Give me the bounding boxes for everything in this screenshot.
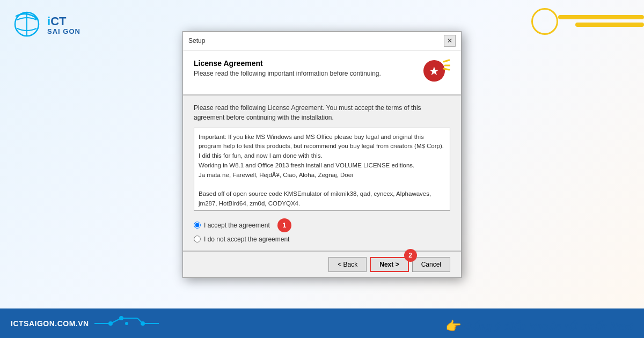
back-button[interactable]: < Back xyxy=(328,257,367,272)
dialog-titlebar: Setup ✕ xyxy=(183,32,461,50)
dialog-header-text: License Agreement Please read the follow… xyxy=(194,59,381,77)
radio-section: I accept the agreement 1 I do not accept… xyxy=(194,218,450,243)
circuit-deco xyxy=(94,315,159,332)
radio-decline-option: I do not accept the agreement xyxy=(194,236,450,243)
finger-pointing-icon: 👉 xyxy=(445,319,462,334)
dialog-overlay: Setup ✕ License Agreement Please read th… xyxy=(0,0,644,308)
svg-point-16 xyxy=(125,322,128,325)
bottom-website: ICTSAIGON.COM.VN xyxy=(11,319,89,328)
dialog-header-subtitle: Please read the following important info… xyxy=(194,70,381,77)
dialog-footer: < Back Next > 2 Cancel xyxy=(183,251,461,277)
svg-line-5 xyxy=(444,60,449,62)
dialog-header-icon: ★ xyxy=(418,59,450,86)
instruction-text: Đồng ý điều khoản rồi nhấn Next xyxy=(465,320,633,333)
step-2-badge: 2 xyxy=(404,249,417,262)
radio-accept-option: I accept the agreement 1 xyxy=(194,218,450,232)
step-1-badge: 1 xyxy=(277,218,291,232)
next-button[interactable]: Next > xyxy=(370,257,408,272)
radio-accept-input[interactable] xyxy=(194,222,201,229)
dialog-header-title: License Agreement xyxy=(194,59,381,68)
header-decorative-icon: ★ xyxy=(418,59,450,86)
svg-text:★: ★ xyxy=(429,64,440,78)
cancel-button[interactable]: Cancel xyxy=(412,257,450,272)
radio-decline-input[interactable] xyxy=(194,236,201,243)
dialog-intro: Please read the following License Agreem… xyxy=(194,103,450,122)
bottom-instruction: 👉 Đồng ý điều khoản rồi nhấn Next xyxy=(445,319,633,334)
step2-wrapper: Next > 2 xyxy=(370,257,408,272)
bottom-bar: ICTSAIGON.COM.VN 👉 Đồng ý điều khoản rồi… xyxy=(0,308,644,338)
setup-dialog: Setup ✕ License Agreement Please read th… xyxy=(182,31,462,278)
license-content: Important: If you like MS Windows and MS… xyxy=(199,133,445,209)
dialog-body: Please read the following License Agreem… xyxy=(183,95,461,251)
radio-decline-label[interactable]: I do not accept the agreement xyxy=(204,236,289,243)
license-text-box[interactable]: Important: If you like MS Windows and MS… xyxy=(194,128,450,211)
dialog-title: Setup xyxy=(188,37,205,45)
radio-accept-label[interactable]: I accept the agreement xyxy=(204,222,270,229)
dialog-header: License Agreement Please read the follow… xyxy=(183,50,461,95)
svg-line-7 xyxy=(444,69,449,70)
close-button[interactable]: ✕ xyxy=(444,35,456,47)
